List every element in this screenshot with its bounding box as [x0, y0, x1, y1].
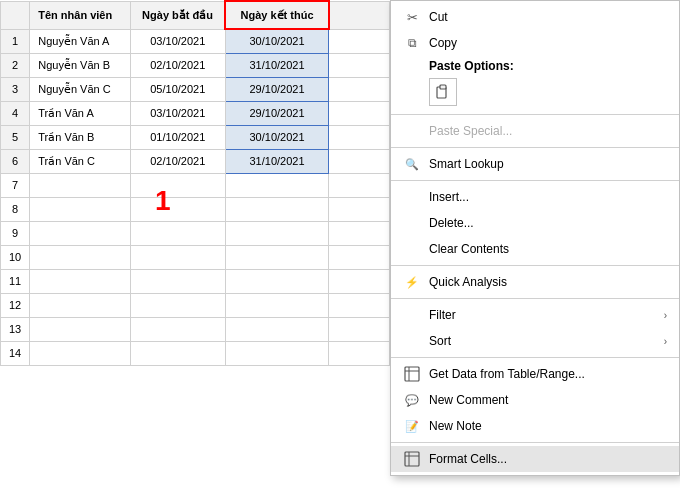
table-row: 3Nguyễn Văn C05/10/202129/10/2021 [1, 77, 390, 101]
menu-label-get-data: Get Data from Table/Range... [429, 367, 667, 381]
extra-cell [329, 29, 390, 53]
menu-item-insert[interactable]: Insert... [391, 184, 679, 210]
name-cell[interactable]: Trần Văn A [30, 101, 130, 125]
empty-row: 7 [1, 173, 390, 197]
row-number-cell: 6 [1, 149, 30, 173]
empty-row: 11 [1, 269, 390, 293]
end-date-cell[interactable]: 29/10/2021 [225, 101, 328, 125]
format-cells-icon [403, 450, 421, 468]
spreadsheet: Tên nhân viên Ngày bắt đầu Ngày kết thúc… [0, 0, 390, 500]
menu-label-delete: Delete... [429, 216, 667, 230]
menu-item-cut[interactable]: ✂ Cut [391, 4, 679, 30]
menu-label-filter: Filter [429, 308, 656, 322]
new-comment-icon: 💬 [403, 391, 421, 409]
start-date-cell[interactable]: 02/10/2021 [130, 149, 225, 173]
separator-get-data [391, 357, 679, 358]
menu-item-filter[interactable]: Filter › [391, 302, 679, 328]
menu-label-sort: Sort [429, 334, 656, 348]
paste-icon-row [391, 75, 679, 111]
name-cell[interactable]: Nguyễn Văn B [30, 53, 130, 77]
paste-special-icon [403, 122, 421, 140]
table-row: 5Trần Văn B01/10/202130/10/2021 [1, 125, 390, 149]
new-note-icon: 📝 [403, 417, 421, 435]
col-header-name: Tên nhân viên [30, 1, 130, 29]
row-number-cell: 1 [1, 29, 30, 53]
smart-lookup-icon: 🔍 [403, 155, 421, 173]
start-date-cell[interactable]: 01/10/2021 [130, 125, 225, 149]
quick-analysis-icon: ⚡ [403, 273, 421, 291]
menu-label-new-note: New Note [429, 419, 667, 433]
data-table: Tên nhân viên Ngày bắt đầu Ngày kết thúc… [0, 0, 390, 366]
row-number-cell: 2 [1, 53, 30, 77]
menu-item-clear[interactable]: Clear Contents [391, 236, 679, 262]
separator-quick [391, 265, 679, 266]
table-row: 6Trần Văn C02/10/202131/10/2021 [1, 149, 390, 173]
extra-cell [329, 149, 390, 173]
name-cell[interactable]: Nguyễn Văn C [30, 77, 130, 101]
end-date-cell[interactable]: 31/10/2021 [225, 53, 328, 77]
empty-row: 9 [1, 221, 390, 245]
menu-label-clear: Clear Contents [429, 242, 667, 256]
menu-label-new-comment: New Comment [429, 393, 667, 407]
row-number-cell: 3 [1, 77, 30, 101]
empty-row: 13 [1, 317, 390, 341]
menu-label-insert: Insert... [429, 190, 667, 204]
separator-insert [391, 180, 679, 181]
col-header-end: Ngày kết thúc [225, 1, 328, 29]
name-cell[interactable]: Trần Văn C [30, 149, 130, 173]
empty-row: 12 [1, 293, 390, 317]
annotation-1: 1 [155, 185, 171, 217]
menu-item-paste-special: Paste Special... [391, 118, 679, 144]
menu-item-new-comment[interactable]: 💬 New Comment [391, 387, 679, 413]
filter-arrow-icon: › [664, 310, 667, 321]
clear-icon [403, 240, 421, 258]
menu-label-paste-special: Paste Special... [429, 124, 667, 138]
table-row: 2Nguyễn Văn B02/10/202131/10/2021 [1, 53, 390, 77]
sort-icon [403, 332, 421, 350]
separator-smart [391, 147, 679, 148]
menu-item-sort[interactable]: Sort › [391, 328, 679, 354]
menu-label-quick-analysis: Quick Analysis [429, 275, 667, 289]
svg-rect-5 [405, 452, 419, 466]
separator-format [391, 442, 679, 443]
filter-icon [403, 306, 421, 324]
start-date-cell[interactable]: 03/10/2021 [130, 101, 225, 125]
menu-item-new-note[interactable]: 📝 New Note [391, 413, 679, 439]
empty-row: 14 [1, 341, 390, 365]
delete-icon [403, 214, 421, 232]
copy-icon: ⧉ [403, 34, 421, 52]
end-date-cell[interactable]: 31/10/2021 [225, 149, 328, 173]
end-date-cell[interactable]: 30/10/2021 [225, 125, 328, 149]
start-date-cell[interactable]: 02/10/2021 [130, 53, 225, 77]
menu-item-copy[interactable]: ⧉ Copy [391, 30, 679, 56]
start-date-cell[interactable]: 03/10/2021 [130, 29, 225, 53]
menu-item-quick-analysis[interactable]: ⚡ Quick Analysis [391, 269, 679, 295]
name-cell[interactable]: Trần Văn B [30, 125, 130, 149]
extra-cell [329, 101, 390, 125]
name-cell[interactable]: Nguyễn Văn A [30, 29, 130, 53]
menu-label-format-cells: Format Cells... [429, 452, 667, 466]
menu-item-delete[interactable]: Delete... [391, 210, 679, 236]
svg-rect-1 [440, 85, 446, 89]
menu-label-smart-lookup: Smart Lookup [429, 157, 667, 171]
insert-icon [403, 188, 421, 206]
end-date-cell[interactable]: 29/10/2021 [225, 77, 328, 101]
extra-cell [329, 53, 390, 77]
menu-item-smart-lookup[interactable]: 🔍 Smart Lookup [391, 151, 679, 177]
menu-item-format-cells[interactable]: Format Cells... [391, 446, 679, 472]
menu-label-copy: Copy [429, 36, 667, 50]
start-date-cell[interactable]: 05/10/2021 [130, 77, 225, 101]
empty-row: 8 [1, 197, 390, 221]
context-menu: ✂ Cut ⧉ Copy paste_options Paste Options… [390, 0, 680, 476]
separator-paste [391, 114, 679, 115]
menu-item-get-data[interactable]: Get Data from Table/Range... [391, 361, 679, 387]
paste-icon-default[interactable] [429, 78, 457, 106]
table-row: 1Nguyễn Văn A03/10/202130/10/2021 [1, 29, 390, 53]
extra-cell [329, 77, 390, 101]
paste-options-header: paste_options Paste Options: [391, 56, 679, 75]
col-header-rownum [1, 1, 30, 29]
row-number-cell: 5 [1, 125, 30, 149]
separator-filter [391, 298, 679, 299]
end-date-cell[interactable]: 30/10/2021 [225, 29, 328, 53]
table-row: 4Trần Văn A03/10/202129/10/2021 [1, 101, 390, 125]
